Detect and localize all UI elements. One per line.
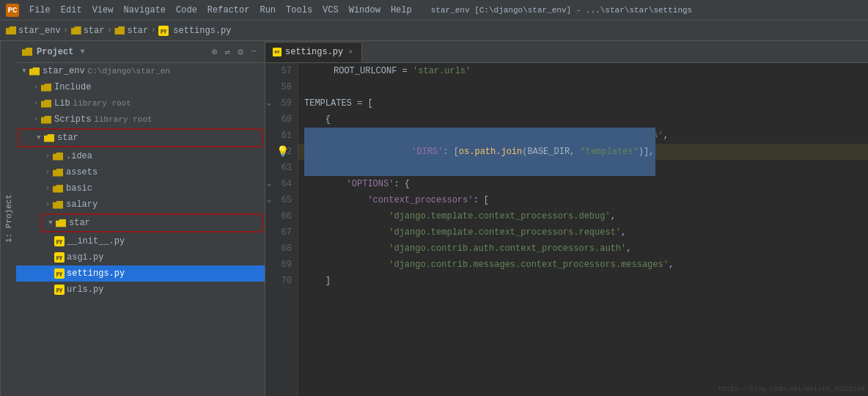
tree-label: Scripts: [54, 114, 91, 125]
breadcrumb-label: star_env: [18, 26, 61, 36]
py-file-icon: py: [54, 236, 65, 246]
code-token: 'django.contrib.messages.context_process…: [389, 257, 669, 273]
tree-sublabel: library root: [94, 115, 152, 124]
code-token: 'django.contrib.auth.context_processors.…: [389, 241, 626, 257]
folder-open-icon: [44, 134, 54, 142]
breadcrumb-settings-py[interactable]: py settings.py: [158, 26, 231, 36]
collapse-icon[interactable]: ⇌: [223, 45, 233, 59]
minimize-icon[interactable]: −: [249, 45, 259, 59]
breadcrumb-star1[interactable]: star: [71, 26, 105, 36]
code-token: ,: [626, 241, 631, 257]
code-token: 'DIRS': [411, 147, 443, 157]
breadcrumb-star2[interactable]: star: [114, 26, 148, 36]
tree-label: settings.py: [67, 268, 125, 279]
menu-code[interactable]: Code: [172, 4, 202, 17]
lightbulb-icon[interactable]: 💡: [276, 144, 289, 160]
code-token: )],: [639, 147, 655, 157]
menu-tools[interactable]: Tools: [282, 4, 317, 17]
gutter-fold-59[interactable]: ⌄: [267, 95, 271, 111]
code-line-68: 'django.contrib.auth.context_processors.…: [298, 241, 868, 257]
locate-icon[interactable]: ⊕: [210, 45, 220, 59]
code-token: ,: [669, 257, 674, 273]
code-content[interactable]: ROOT_URLCONF = 'star.urls' TEMPLATES = […: [298, 63, 868, 396]
tree-item-assets[interactable]: › assets: [16, 164, 265, 180]
title-bar: PC File Edit View Navigate Code Refactor…: [0, 0, 868, 21]
tree-item-salary[interactable]: › salary: [16, 197, 265, 213]
tree-item-star-env[interactable]: ▼ star_env C:\django\star_en: [16, 63, 265, 79]
menu-help[interactable]: Help: [386, 4, 416, 17]
line-num-61: 61: [265, 128, 298, 144]
folder-open-icon: [56, 219, 66, 227]
menu-navigate[interactable]: Navigate: [119, 4, 170, 17]
tree-label: Include: [54, 82, 91, 92]
line-num-59: ⌄59: [265, 95, 298, 111]
code-line-70: ]: [298, 273, 868, 289]
menu-window[interactable]: Window: [345, 4, 385, 17]
code-token: [304, 257, 389, 273]
tree-item-init-py[interactable]: py __init__.py: [16, 233, 265, 249]
project-panel-label[interactable]: 1: Project: [0, 41, 16, 396]
folder-icon: [41, 100, 51, 108]
code-token: ,: [611, 208, 616, 224]
tree-item-basic[interactable]: › basic: [16, 180, 265, 197]
tree-item-scripts[interactable]: › Scripts library root: [16, 111, 265, 128]
tree-item-settings-py[interactable]: py settings.py: [16, 265, 265, 282]
tree-item-asgi-py[interactable]: py asgi.py: [16, 249, 265, 265]
line-numbers: 57 58 ⌄59 60 61 62 63 ⌄64 ⌄65 66 67 68 6…: [265, 63, 298, 396]
main-layout: 1: Project Project ▼ ⊕ ⇌ ⚙ − ▼ star_env …: [0, 41, 868, 396]
menu-refactor[interactable]: Refactor: [203, 4, 254, 17]
tree-item-star-top[interactable]: ▼ star: [19, 130, 262, 146]
tree-item-star-inner[interactable]: ▼ star: [43, 215, 262, 231]
tab-file-icon: py: [273, 48, 282, 56]
breadcrumb-sep-1: ›: [64, 26, 68, 34]
line-num-60: 60: [265, 111, 298, 128]
settings-gear-icon[interactable]: ⚙: [235, 45, 246, 59]
code-line-67: 'django.template.context_processors.requ…: [298, 224, 868, 241]
window-title: star_env [C:\django\star_env] - ...\star…: [431, 6, 692, 15]
expand-arrow: ›: [31, 100, 41, 107]
tree-item-idea[interactable]: › .idea: [16, 148, 265, 164]
line-num-67: 67: [265, 224, 298, 241]
tree-label: salary: [66, 199, 98, 210]
tree-label: Lib: [54, 98, 70, 109]
py-file-icon: py: [158, 26, 169, 36]
folder-icon: [41, 84, 51, 92]
star-top-outline: ▼ star: [18, 128, 263, 147]
tree-label: asgi.py: [67, 252, 103, 263]
expand-arrow: ›: [31, 116, 41, 123]
tree-item-include[interactable]: › Include: [16, 79, 265, 95]
code-token: [304, 241, 389, 257]
sidebar-folder-icon: [22, 48, 32, 56]
tab-close-button[interactable]: ×: [347, 48, 354, 56]
menu-edit[interactable]: Edit: [56, 4, 87, 17]
sidebar-title: Project: [37, 47, 73, 57]
folder-icon: [6, 26, 16, 34]
breadcrumb-label: star: [84, 26, 105, 36]
menu-run[interactable]: Run: [255, 4, 280, 17]
menu-file[interactable]: File: [25, 4, 55, 17]
line-num-69: 69: [265, 257, 298, 273]
gutter-fold-65[interactable]: ⌄: [267, 192, 271, 208]
menu-vcs[interactable]: VCS: [318, 4, 343, 17]
gutter-fold-64[interactable]: ⌄: [267, 176, 271, 192]
tree-sublabel: library root: [73, 99, 131, 108]
tree-label: star_env: [43, 66, 85, 76]
code-editor[interactable]: 57 58 ⌄59 60 61 62 63 ⌄64 ⌄65 66 67 68 6…: [265, 63, 868, 396]
folder-icon: [53, 169, 63, 177]
tab-settings-py[interactable]: py settings.py ×: [265, 42, 362, 62]
app-icon: PC: [6, 4, 19, 17]
folder-icon: [114, 26, 125, 34]
tree-item-lib[interactable]: › Lib library root: [16, 95, 265, 111]
code-token: TEMPLATES = [: [304, 95, 373, 111]
tree-sublabel: C:\django\star_en: [88, 67, 170, 76]
breadcrumb-star-env[interactable]: star_env: [6, 26, 61, 36]
tree-item-urls-py[interactable]: py urls.py: [16, 282, 265, 298]
folder-icon: [53, 153, 63, 161]
code-token: [304, 224, 389, 241]
menu-view[interactable]: View: [88, 4, 118, 17]
line-num-68: 68: [265, 241, 298, 257]
py-file-icon: py: [54, 285, 65, 295]
folder-icon: [53, 185, 63, 193]
sidebar-dropdown-icon[interactable]: ▼: [80, 48, 84, 56]
code-token: ,: [663, 128, 669, 144]
